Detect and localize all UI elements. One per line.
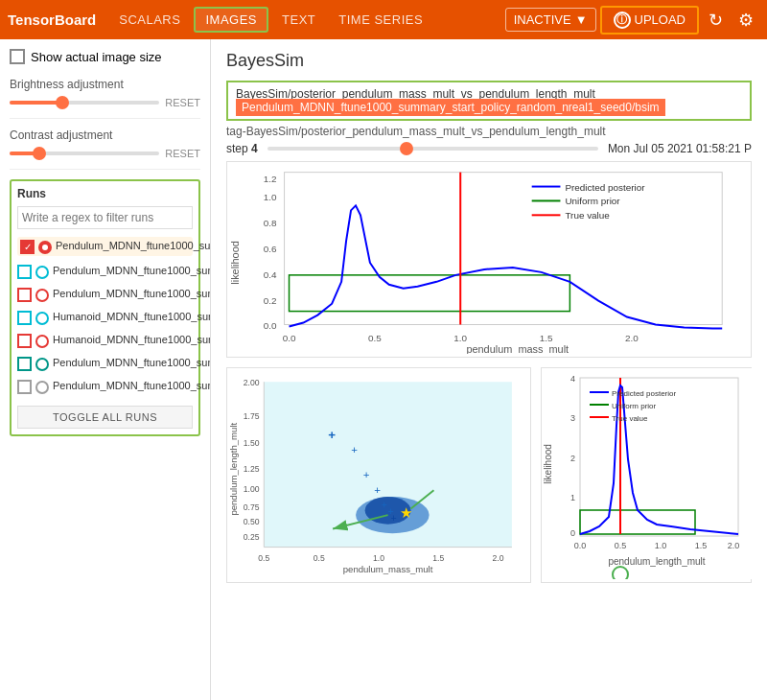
svg-text:likelihood: likelihood [229, 241, 241, 284]
svg-text:0.50: 0.50 [244, 517, 260, 526]
list-item[interactable]: Pendulum_MDNN_ftune1000_summary_start_po… [17, 264, 193, 279]
svg-text:0.0: 0.0 [264, 320, 277, 331]
brightness-reset[interactable]: RESET [165, 97, 200, 108]
run-radio-7[interactable] [35, 381, 49, 394]
nav-images[interactable]: IMAGES [194, 7, 268, 33]
run-checkbox-1[interactable] [20, 240, 35, 254]
svg-text:0.25: 0.25 [244, 532, 260, 542]
list-item[interactable]: Pendulum_MDNN_ftune1000_summary_start_po… [17, 356, 193, 371]
run-label-4: Humanoid_MDNN_ftune1000_summary_start_po… [53, 310, 211, 323]
svg-rect-57 [580, 378, 738, 536]
run-radio-2[interactable] [35, 266, 49, 279]
contrast-track[interactable] [10, 152, 159, 155]
run-checkbox-5[interactable] [17, 334, 32, 348]
svg-text:1.0: 1.0 [655, 541, 667, 550]
svg-text:1.0: 1.0 [264, 192, 277, 202]
svg-text:2.0: 2.0 [625, 333, 639, 343]
svg-text:likelihood: likelihood [543, 444, 553, 484]
svg-text:Predicted posterior: Predicted posterior [565, 182, 645, 193]
upload-button[interactable]: ⓘ UPLOAD [600, 6, 699, 35]
run-radio-6[interactable] [35, 358, 49, 371]
scatter-chart-svg: 2.00 1.75 1.50 1.25 1.00 0.75 0.50 0.25 … [227, 368, 530, 579]
svg-text:0: 0 [570, 528, 575, 538]
run-label-5: Humanoid_MDNN_ftune1000_summary_start_po… [53, 333, 211, 346]
run-label-6: Pendulum_MDNN_ftune1000_summary_start_po… [53, 356, 211, 369]
svg-text:0.4: 0.4 [264, 269, 277, 280]
list-item[interactable]: Pendulum_MDNN_ftune1000_summary_start_po… [17, 379, 193, 394]
show-actual-size-checkbox[interactable] [10, 49, 25, 64]
list-item[interactable]: Humanoid_MDNN_ftune1000_summary_start_po… [17, 310, 193, 325]
run-radio-3[interactable] [35, 289, 49, 302]
step-thumb [400, 142, 413, 155]
svg-text:1.5: 1.5 [540, 333, 553, 343]
nav-time-series[interactable]: TIME SERIES [329, 9, 432, 31]
app-header: TensorBoard SCALARS IMAGES TEXT TIME SER… [0, 0, 767, 39]
chart-top: 0.0 0.2 0.4 0.6 0.8 1.0 1.2 likelihood 0… [226, 161, 752, 358]
chevron-down-icon: ▼ [575, 12, 588, 27]
runs-filter-input[interactable] [17, 206, 193, 229]
list-item[interactable]: Pendulum_MDNN_ftune1000_summary_start_po… [17, 287, 193, 302]
chart-bottom-left: 2.00 1.75 1.50 1.25 1.00 0.75 0.50 0.25 … [226, 367, 531, 583]
svg-text:pendulum_mass_mult: pendulum_mass_mult [466, 343, 569, 354]
run-checkbox-7[interactable] [17, 380, 32, 394]
contrast-label: Contrast adjustment [10, 128, 200, 142]
divider-2 [10, 169, 200, 170]
svg-text:1.75: 1.75 [244, 411, 260, 421]
nav-text[interactable]: TEXT [272, 9, 325, 31]
info-icon: ⓘ [614, 12, 631, 29]
run-checkbox-2[interactable] [17, 265, 32, 279]
step-slider[interactable] [267, 147, 598, 151]
content-title: BayesSim [226, 51, 752, 71]
brightness-track[interactable] [10, 101, 159, 105]
brightness-label: Brightness adjustment [10, 78, 200, 91]
svg-text:+: + [390, 512, 396, 524]
svg-text:+: + [363, 469, 370, 480]
upload-label: UPLOAD [635, 12, 686, 27]
svg-text:0.5: 0.5 [368, 333, 382, 343]
svg-text:1.25: 1.25 [244, 464, 260, 474]
svg-text:+: + [351, 444, 358, 455]
app-logo: TensorBoard [8, 12, 96, 28]
content-area: BayesSim BayesSim/posterior_pendulum_mas… [211, 39, 767, 700]
bottom-charts-row: 2.00 1.75 1.50 1.25 1.00 0.75 0.50 0.25 … [226, 367, 752, 583]
nav-scalars[interactable]: SCALARS [109, 9, 190, 31]
svg-text:pendulum_length_mult: pendulum_length_mult [608, 556, 705, 567]
run-radio-4[interactable] [35, 312, 49, 325]
svg-text:+: + [328, 428, 336, 442]
svg-text:2.0: 2.0 [728, 541, 740, 550]
refresh-button[interactable]: ↻ [703, 6, 729, 35]
run-path-3: tag-BayesSim/posterior_pendulum_mass_mul… [226, 125, 752, 138]
main-layout: Show actual image size Brightness adjust… [0, 39, 767, 700]
settings-button[interactable]: ⚙ [732, 6, 759, 35]
run-path-box: BayesSim/posterior_pendulum_mass_mult_vs… [226, 81, 752, 121]
svg-text:True value: True value [565, 210, 610, 221]
status-dropdown[interactable]: INACTIVE ▼ [505, 8, 596, 32]
step-label: step 4 [226, 142, 258, 155]
show-actual-size-row[interactable]: Show actual image size [10, 49, 200, 64]
svg-text:0.0: 0.0 [283, 333, 296, 343]
chart-bottom-right: 4 3 2 1 0 likelihood 0.0 0.5 1.0 1.5 [541, 367, 752, 583]
run-radio-5[interactable] [35, 335, 49, 348]
svg-text:0.0: 0.0 [574, 541, 587, 550]
list-item[interactable]: Pendulum_MDNN_ftune1000_summary_start_po… [17, 237, 193, 256]
svg-text:0.2: 0.2 [264, 295, 277, 306]
step-info-row: step 4 Mon Jul 05 2021 01:58:21 P [226, 142, 752, 155]
svg-text:0.75: 0.75 [244, 502, 260, 512]
list-item[interactable]: Humanoid_MDNN_ftune1000_summary_start_po… [17, 333, 193, 348]
svg-text:★: ★ [400, 504, 412, 521]
contrast-reset[interactable]: RESET [165, 148, 200, 159]
svg-text:0.5: 0.5 [314, 553, 325, 563]
toggle-all-button[interactable]: TOGGLE ALL RUNS [17, 406, 193, 429]
svg-text:1.50: 1.50 [244, 438, 260, 448]
svg-text:+: + [382, 499, 387, 510]
run-checkbox-4[interactable] [17, 311, 32, 325]
run-checkbox-3[interactable] [17, 288, 32, 302]
right-chart-svg: 4 3 2 1 0 likelihood 0.0 0.5 1.0 1.5 [542, 368, 753, 579]
run-radio-1[interactable] [38, 241, 52, 254]
run-checkbox-6[interactable] [17, 357, 32, 371]
svg-text:0.8: 0.8 [264, 218, 277, 228]
timestamp: Mon Jul 05 2021 01:58:21 P [608, 142, 752, 155]
contrast-slider-row: RESET [10, 148, 200, 159]
svg-text:0.6: 0.6 [264, 244, 277, 254]
run-label-1: Pendulum_MDNN_ftune1000_summary_start_po… [56, 239, 211, 252]
